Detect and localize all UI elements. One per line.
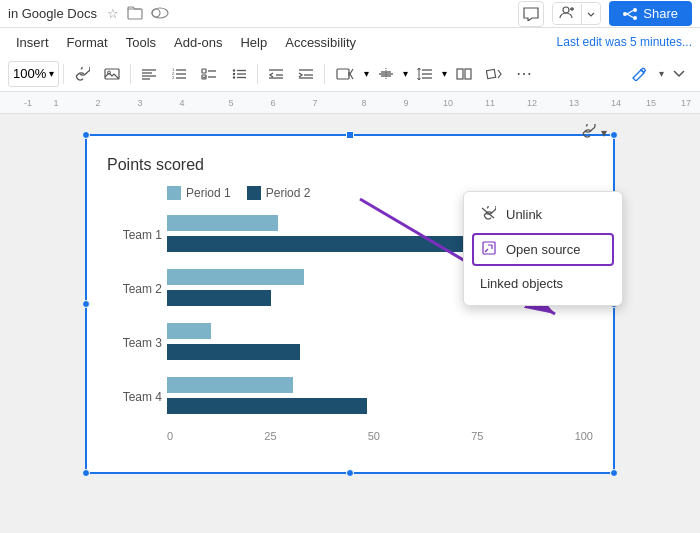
resize-handle-tr[interactable] xyxy=(610,131,618,139)
toolbar-separator-2 xyxy=(130,64,131,84)
svg-point-29 xyxy=(233,72,235,74)
x-label-25: 25 xyxy=(264,430,276,442)
ruler-mark: 1 xyxy=(53,98,58,108)
resize-handle-tl[interactable] xyxy=(82,131,90,139)
cloud-icon[interactable] xyxy=(151,4,169,23)
bar-period1-team-2 xyxy=(167,269,304,285)
columns-button[interactable] xyxy=(450,60,478,88)
ruler-mark: 5 xyxy=(228,98,233,108)
svg-point-8 xyxy=(633,16,637,20)
ruler: -1 1 2 3 4 5 6 7 8 9 10 11 12 13 14 15 1… xyxy=(0,92,700,114)
spacing-dropdown[interactable]: ▾ xyxy=(442,68,447,79)
bar-period2-team-4 xyxy=(167,398,367,414)
legend-period2-color xyxy=(247,186,261,200)
svg-rect-51 xyxy=(465,69,471,79)
document-area: ▾ Points scored Period 1 Period 2 Team 1… xyxy=(0,114,700,533)
bar-period1-team-4 xyxy=(167,377,293,393)
svg-point-7 xyxy=(633,8,637,12)
ordered-list-button[interactable]: 1.2.3. xyxy=(165,60,193,88)
insert-link-button[interactable] xyxy=(68,60,96,88)
pencil-dropdown[interactable]: ▾ xyxy=(659,68,664,79)
ruler-mark: 9 xyxy=(403,98,408,108)
chain-icon[interactable] xyxy=(579,124,597,141)
zoom-value: 100% xyxy=(13,66,46,81)
chart-link-icons: ▾ xyxy=(579,124,607,141)
checklist-button[interactable] xyxy=(195,60,223,88)
align-left-button[interactable] xyxy=(135,60,163,88)
document-title: in Google Docs xyxy=(8,6,97,21)
chart-container: ▾ Points scored Period 1 Period 2 Team 1… xyxy=(85,134,615,474)
unordered-list-button[interactable] xyxy=(225,60,253,88)
legend-period2: Period 2 xyxy=(247,186,311,200)
linked-objects-label: Linked objects xyxy=(480,276,563,291)
bar-period1-team-3 xyxy=(167,323,211,339)
collapse-toolbar-button[interactable] xyxy=(666,60,692,88)
transform-button[interactable] xyxy=(480,60,508,88)
resize-handle-left[interactable] xyxy=(82,300,90,308)
highlight-dropdown[interactable]: ▾ xyxy=(364,68,369,79)
increase-indent-button[interactable] xyxy=(292,60,320,88)
ruler-mark: 12 xyxy=(527,98,537,108)
legend-period2-label: Period 2 xyxy=(266,186,311,200)
last-edit-text[interactable]: Last edit was 5 minutes... xyxy=(557,35,692,49)
resize-handle-br[interactable] xyxy=(610,469,618,477)
menu-format[interactable]: Format xyxy=(59,33,116,52)
comment-icon[interactable] xyxy=(518,1,544,27)
ruler-mark: 13 xyxy=(569,98,579,108)
chevron-down-icon[interactable]: ▾ xyxy=(601,126,607,140)
menu-help[interactable]: Help xyxy=(232,33,275,52)
svg-rect-23 xyxy=(202,69,206,73)
svg-rect-0 xyxy=(128,9,142,19)
svg-rect-39 xyxy=(337,69,349,79)
svg-rect-52 xyxy=(487,69,496,78)
chart-title: Points scored xyxy=(107,156,593,174)
svg-rect-56 xyxy=(483,242,495,254)
ruler-mark: 14 xyxy=(611,98,621,108)
svg-rect-50 xyxy=(457,69,463,79)
insert-image-button[interactable] xyxy=(98,60,126,88)
dropdown-unlink[interactable]: Unlink xyxy=(464,198,622,231)
x-label-0: 0 xyxy=(167,430,173,442)
x-label-75: 75 xyxy=(471,430,483,442)
svg-point-27 xyxy=(233,69,235,71)
share-label: Share xyxy=(643,6,678,21)
line-spacing-button[interactable] xyxy=(411,60,439,88)
zoom-dropdown-icon: ▾ xyxy=(49,68,54,79)
title-bar: in Google Docs ☆ Share xyxy=(0,0,700,28)
ruler-mark: 8 xyxy=(361,98,366,108)
menu-tools[interactable]: Tools xyxy=(118,33,164,52)
svg-point-3 xyxy=(563,7,569,13)
toolbar-separator-1 xyxy=(63,64,64,84)
svg-line-9 xyxy=(627,10,633,14)
bar-label-team-4: Team 4 xyxy=(107,390,162,404)
bar-group-4: Team 4 xyxy=(167,376,593,418)
legend-period1-label: Period 1 xyxy=(186,186,231,200)
bar-label-team-3: Team 3 xyxy=(107,336,162,350)
svg-text:3.: 3. xyxy=(172,75,175,80)
ruler-mark: 15 xyxy=(646,98,656,108)
align-dropdown[interactable]: ▾ xyxy=(403,68,408,79)
star-icon[interactable]: ☆ xyxy=(107,6,119,21)
toolbar-separator-3 xyxy=(257,64,258,84)
horizontal-align-button[interactable] xyxy=(372,60,400,88)
resize-handle-bl[interactable] xyxy=(82,469,90,477)
legend-period1: Period 1 xyxy=(167,186,231,200)
dropdown-linked-objects[interactable]: Linked objects xyxy=(464,268,622,299)
zoom-selector[interactable]: 100% ▾ xyxy=(8,61,59,87)
resize-handle-top[interactable] xyxy=(346,131,354,139)
folder-icon[interactable] xyxy=(127,4,143,23)
menu-accessibility[interactable]: Accessibility xyxy=(277,33,364,52)
menu-addons[interactable]: Add-ons xyxy=(166,33,230,52)
share-button[interactable]: Share xyxy=(609,1,692,26)
highlight-button[interactable] xyxy=(329,60,361,88)
add-user-button[interactable] xyxy=(552,2,601,25)
more-options-button[interactable]: ⋯ xyxy=(510,60,538,88)
decrease-indent-button[interactable] xyxy=(262,60,290,88)
bar-period2-team-3 xyxy=(167,344,300,360)
menu-bar: Insert Format Tools Add-ons Help Accessi… xyxy=(0,28,700,56)
edit-pencil-button[interactable] xyxy=(625,60,655,88)
svg-point-31 xyxy=(233,76,235,78)
menu-insert[interactable]: Insert xyxy=(8,33,57,52)
dropdown-open-source[interactable]: Open source xyxy=(472,233,614,266)
resize-handle-bottom[interactable] xyxy=(346,469,354,477)
